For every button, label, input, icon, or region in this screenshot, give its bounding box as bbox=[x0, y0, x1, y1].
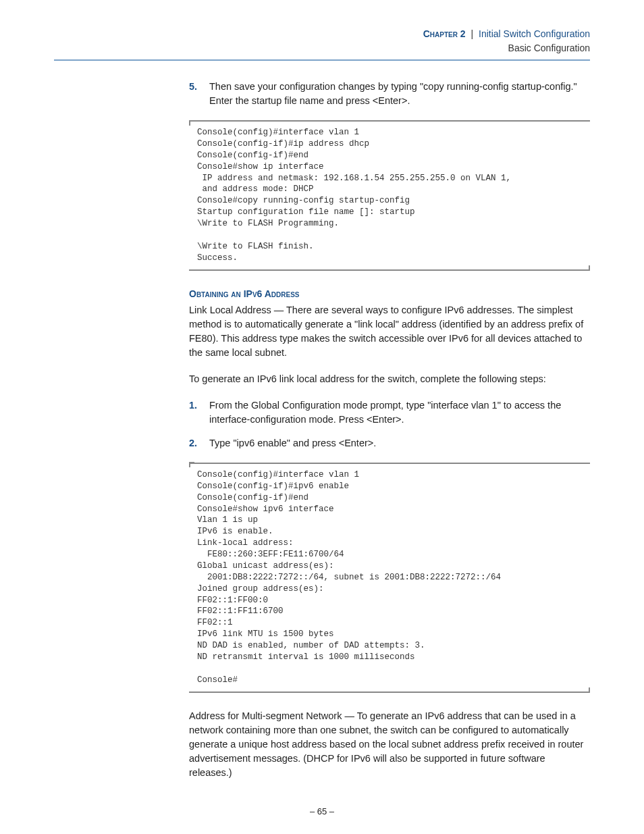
header-line-1: Chapter 2 | Initial Switch Configuration bbox=[54, 27, 590, 41]
para-multi-segment: Address for Multi-segment Network — To g… bbox=[189, 709, 590, 780]
step-number: 2. bbox=[189, 436, 197, 450]
chapter-label: Chapter 2 bbox=[423, 28, 466, 39]
para-steps-intro: To generate an IPv6 link local address f… bbox=[189, 372, 590, 386]
section-heading-ipv6: Obtaining an IPv6 Address bbox=[189, 287, 590, 301]
header-rule bbox=[54, 59, 590, 61]
step-number: 1. bbox=[189, 398, 197, 413]
step-text: From the Global Configuration mode promp… bbox=[209, 400, 561, 425]
page-footer: – 65 – bbox=[0, 806, 644, 816]
header-subtitle: Basic Configuration bbox=[54, 41, 590, 55]
step-text: Then save your configuration changes by … bbox=[209, 81, 577, 106]
para-link-local: Link Local Address — There are several w… bbox=[189, 303, 590, 360]
step-b2: 2. Type "ipv6 enable" and press <Enter>. bbox=[189, 436, 590, 450]
step-list-b: 1. From the Global Configuration mode pr… bbox=[189, 398, 590, 450]
step-number: 5. bbox=[189, 80, 197, 94]
chapter-title: Initial Switch Configuration bbox=[479, 28, 590, 39]
page: Chapter 2 | Initial Switch Configuration… bbox=[0, 0, 644, 834]
header-separator: | bbox=[471, 28, 473, 39]
page-header: Chapter 2 | Initial Switch Configuration… bbox=[54, 27, 590, 55]
step-5: 5. Then save your configuration changes … bbox=[189, 80, 590, 108]
step-b1: 1. From the Global Configuration mode pr… bbox=[189, 398, 590, 427]
content-area: 5. Then save your configuration changes … bbox=[189, 80, 590, 780]
step-list-a: 5. Then save your configuration changes … bbox=[189, 80, 590, 108]
code-block-1: Console(config)#interface vlan 1 Console… bbox=[189, 120, 590, 271]
code-block-2: Console(config)#interface vlan 1 Console… bbox=[189, 463, 590, 693]
step-text: Type "ipv6 enable" and press <Enter>. bbox=[209, 438, 376, 448]
